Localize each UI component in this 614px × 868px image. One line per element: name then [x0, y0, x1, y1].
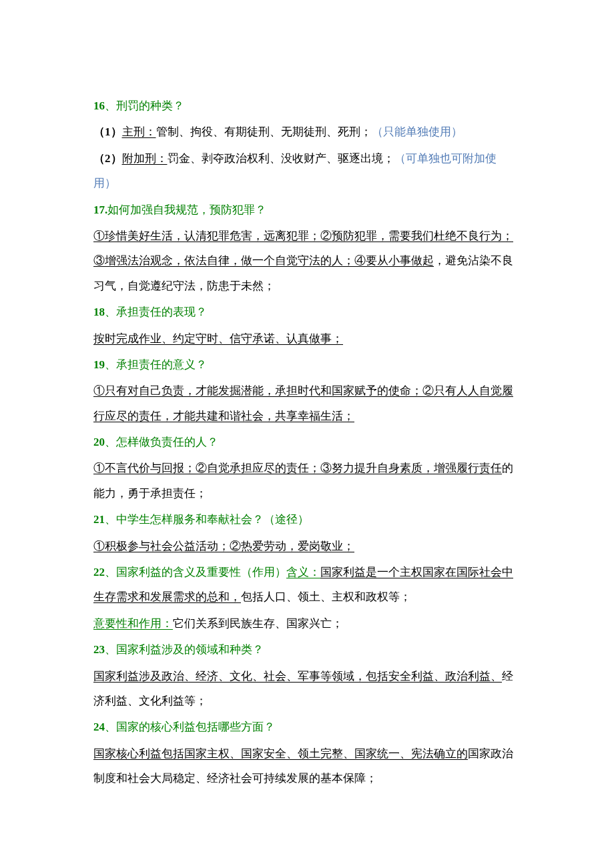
sub-number: （1）	[93, 125, 122, 138]
entry-22-importance: 意要性和作用：它们关系到民族生存、国家兴亡；	[93, 611, 514, 636]
text: 按时完成作业、约定守时、信守承诺、认真做事；	[93, 332, 343, 345]
entry-21: 21、中学生怎样服务和奉献社会？（途径）	[93, 507, 514, 532]
entry-title: 国家利益的含义及重要性（作用）	[116, 566, 286, 578]
document-page: 16、刑罚的种类？ （1）主刑：管制、拘役、有期徒刑、无期徒刑、死刑；（只能单独…	[0, 0, 614, 868]
text: 罚金、剥夺政治权利、没收财产、驱逐出境；	[168, 152, 394, 165]
separator: 、	[105, 721, 116, 733]
entry-number: 23	[93, 643, 105, 656]
entry-16: 16、刑罚的种类？	[93, 93, 514, 118]
entry-title: 承担责任的意义？	[116, 358, 207, 371]
separator: 、	[105, 566, 116, 578]
entry-number: 18	[93, 306, 105, 318]
entry-23-body: 国家利益涉及政治、经济、文化、社会、军事等领域，包括安全利益、政治利益、经济利益…	[93, 664, 514, 714]
entry-title: 国家利益涉及的领域和种类？	[116, 643, 264, 656]
entry-title: 国家的核心利益包括哪些方面？	[116, 721, 275, 733]
entry-21-body: ①积极参与社会公益活动；②热爱劳动，爱岗敬业；	[93, 534, 514, 558]
separator: 、	[105, 99, 116, 112]
label: 主刑：	[122, 125, 156, 138]
entry-23: 23、国家利益涉及的领域和种类？	[93, 637, 514, 662]
entry-number: 21	[93, 513, 105, 526]
entry-17-body: ①珍惜美好生活，认清犯罪危害，远离犯罪；②预防犯罪，需要我们杜绝不良行为；③增强…	[93, 224, 514, 298]
entry-16-p1: （1）主刑：管制、拘役、有期徒刑、无期徒刑、死刑；（只能单独使用）	[93, 119, 514, 144]
entry-number: 20	[93, 436, 105, 448]
importance-label: 意要性和作用：	[93, 617, 173, 630]
separator: 、	[105, 643, 116, 656]
entry-16-p2: （2）附加刑：罚金、剥夺政治权利、没收财产、驱逐出境；（可单独也可附加使用）	[93, 146, 514, 196]
entry-number: 19	[93, 358, 105, 371]
separator: 、	[105, 436, 116, 448]
definition-label: 含义：	[286, 566, 320, 578]
importance-body: 它们关系到民族生存、国家兴亡；	[173, 617, 343, 630]
entry-19: 19、承担责任的意义？	[93, 352, 514, 377]
entry-22: 22、国家利益的含义及重要性（作用）含义：国家利益是一个主权国家在国际社会中生存…	[93, 560, 514, 610]
entry-title: 怎样做负责任的人？	[116, 436, 218, 448]
separator: 、	[105, 358, 116, 371]
entry-number: 16	[93, 99, 105, 112]
entry-title: 承担责任的表现？	[116, 306, 207, 318]
entry-number: 17.	[93, 203, 107, 216]
entry-18-body: 按时完成作业、约定守时、信守承诺、认真做事；	[93, 326, 514, 351]
entry-number: 22	[93, 566, 105, 578]
text: 管制、拘役、有期徒刑、无期徒刑、死刑；	[156, 125, 372, 138]
entry-19-body: ①只有对自己负责，才能发掘潜能，承担时代和国家赋予的使命；②只有人人自觉履行应尽…	[93, 378, 514, 428]
entry-number: 24	[93, 721, 105, 733]
entry-18: 18、承担责任的表现？	[93, 300, 514, 324]
sub-number: （2）	[93, 152, 122, 165]
text-underline: 国家利益涉及政治、经济、文化、社会、军事等领域，包括安全利益、政治利益、	[93, 670, 502, 683]
label: 附加刑：	[122, 152, 168, 165]
separator: 、	[105, 513, 116, 526]
separator: 、	[105, 306, 116, 318]
entry-20-body: ①不言代价与回报；②自觉承担应尽的责任；③努力提升自身素质，增强履行责任的能力，…	[93, 456, 514, 506]
text: ①积极参与社会公益活动；②热爱劳动，爱岗敬业；	[93, 540, 354, 552]
entry-24-body: 国家核心利益包括国家主权、国家安全、领土完整、国家统一、宪法确立的国家政治制度和…	[93, 741, 514, 791]
text-underline: ①不言代价与回报；②自觉承担应尽的责任；③努力提升自身素质，增强履行责任	[93, 462, 502, 474]
text: ①只有对自己负责，才能发掘潜能，承担时代和国家赋予的使命；②只有人人自觉履行应尽…	[93, 384, 513, 422]
entry-24: 24、国家的核心利益包括哪些方面？	[93, 715, 514, 739]
entry-title: 中学生怎样服务和奉献社会？（途径）	[116, 513, 309, 526]
text-underline: 国家核心利益包括国家主权、国家安全、领土完整、国家统一、宪法确立的	[93, 747, 468, 760]
definition-tail: 包括人口、领土、主权和政权等；	[241, 590, 411, 603]
entry-title: 刑罚的种类？	[116, 99, 184, 112]
entry-20: 20、怎样做负责任的人？	[93, 430, 514, 454]
note: （只能单独使用）	[372, 125, 463, 138]
entry-17: 17.如何加强自我规范，预防犯罪？	[93, 197, 514, 222]
entry-title: 如何加强自我规范，预防犯罪？	[107, 203, 266, 216]
